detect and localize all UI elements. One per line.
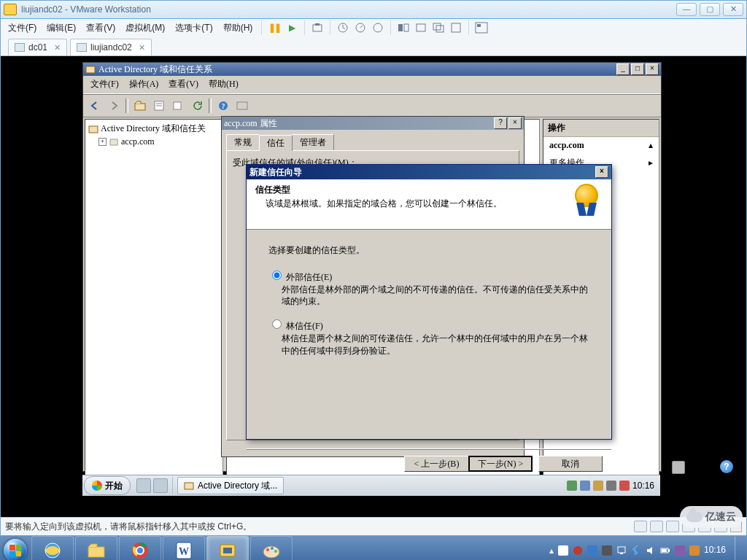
tray-app-icon[interactable] bbox=[689, 545, 700, 556]
forward-icon[interactable] bbox=[105, 98, 123, 114]
taskbar-explorer[interactable] bbox=[75, 536, 117, 560]
collapse-icon[interactable]: ▴ bbox=[649, 140, 653, 151]
close-icon[interactable]: ✕ bbox=[54, 43, 61, 52]
menu-file[interactable]: 文件(F) bbox=[86, 77, 123, 92]
taskbar-paint[interactable] bbox=[250, 536, 293, 560]
close-button[interactable]: × bbox=[595, 166, 608, 178]
tray-chevron-icon[interactable]: ▴ bbox=[549, 545, 554, 556]
tab-general[interactable]: 常规 bbox=[226, 134, 260, 150]
props-titlebar[interactable]: accp.com 属性 ? × bbox=[222, 117, 524, 130]
revert-icon[interactable] bbox=[370, 20, 386, 35]
back-icon[interactable] bbox=[86, 98, 104, 114]
help-orb-icon[interactable]: ? bbox=[720, 460, 733, 473]
pause-icon[interactable]: ❚❚ bbox=[266, 20, 282, 35]
battery-icon[interactable] bbox=[660, 545, 670, 556]
tray-icon[interactable] bbox=[593, 481, 603, 491]
taskbar-word[interactable]: W bbox=[163, 536, 205, 560]
thumbnail-icon[interactable] bbox=[473, 20, 489, 35]
cancel-button[interactable]: 取消 bbox=[538, 456, 603, 472]
option-forest-trust[interactable]: 林信任(F) 林信任是两个林之间的可传递信任，允许一个林中的任何域中的用户在另一… bbox=[268, 317, 589, 356]
menu-edit[interactable]: 编辑(E) bbox=[42, 20, 80, 36]
host-start-button[interactable] bbox=[0, 536, 31, 560]
tab-trusts[interactable]: 信任 bbox=[259, 135, 293, 151]
host-clock[interactable]: 10:16 bbox=[704, 545, 726, 555]
clock-icon[interactable] bbox=[335, 20, 351, 35]
export-icon[interactable] bbox=[169, 98, 187, 114]
tray-icon[interactable] bbox=[606, 481, 616, 491]
help-button[interactable]: ? bbox=[494, 117, 507, 129]
properties-icon[interactable] bbox=[150, 98, 168, 114]
start-button[interactable]: 开始 bbox=[84, 476, 131, 495]
snapshot-manager-icon[interactable] bbox=[352, 20, 368, 35]
view-icon-1[interactable] bbox=[395, 20, 411, 35]
tray-icon[interactable] bbox=[567, 481, 577, 491]
volume-icon[interactable] bbox=[646, 545, 656, 556]
vm-tab-dc01[interactable]: dc01 ✕ bbox=[8, 39, 67, 55]
option-external-trust[interactable]: 外部信任(E) 外部信任是林外部的两个域之间的不可传递的信任。不可传递的信任受关… bbox=[268, 268, 589, 307]
view-icon-2[interactable] bbox=[413, 20, 429, 35]
refresh-icon[interactable] bbox=[188, 98, 206, 114]
tray-icon[interactable] bbox=[619, 481, 630, 491]
snapshot-icon[interactable] bbox=[309, 20, 325, 35]
minimize-button[interactable]: — bbox=[676, 3, 697, 16]
minimize-button[interactable]: _ bbox=[616, 63, 630, 75]
fullscreen-icon[interactable] bbox=[448, 20, 464, 35]
next-button[interactable]: 下一步(N) > bbox=[468, 456, 533, 472]
cloud-icon bbox=[686, 512, 703, 522]
menu-tabs[interactable]: 选项卡(T) bbox=[171, 20, 217, 36]
tray-app-icon[interactable] bbox=[573, 545, 583, 556]
option-forest-label[interactable]: 林信任(F) bbox=[286, 321, 323, 331]
help-icon[interactable]: ? bbox=[214, 98, 232, 114]
device-icon[interactable] bbox=[666, 521, 679, 532]
menu-help[interactable]: 帮助(H) bbox=[219, 20, 258, 36]
maximize-button[interactable]: ▢ bbox=[700, 3, 720, 16]
menu-view[interactable]: 查看(V) bbox=[164, 77, 203, 92]
tree-child[interactable]: + accp.com bbox=[98, 136, 220, 147]
device-icon[interactable] bbox=[650, 521, 663, 532]
show-desktop-button[interactable] bbox=[735, 537, 741, 560]
tray-app-icon[interactable] bbox=[602, 545, 612, 556]
quick-launch-icon[interactable] bbox=[136, 478, 151, 493]
maximize-button[interactable]: □ bbox=[631, 63, 644, 75]
wizard-titlebar[interactable]: 新建信任向导 × bbox=[247, 165, 611, 179]
radio-forest-trust[interactable] bbox=[272, 319, 282, 329]
tree-pane[interactable]: Active Directory 域和信任关 + accp.com bbox=[85, 119, 223, 478]
folder-up-icon[interactable] bbox=[131, 98, 149, 114]
tray-icon[interactable] bbox=[580, 481, 590, 491]
device-icon[interactable] bbox=[634, 521, 647, 532]
unity-icon[interactable] bbox=[430, 20, 446, 35]
taskbar-chrome[interactable] bbox=[119, 536, 161, 560]
vm-tab-liujiandc02[interactable]: liujiandc02 ✕ bbox=[70, 39, 152, 55]
action-center-icon[interactable] bbox=[558, 545, 568, 556]
bluetooth-icon[interactable] bbox=[631, 545, 641, 556]
guest-clock[interactable]: 10:16 bbox=[632, 481, 654, 491]
menu-view[interactable]: 查看(V) bbox=[82, 20, 120, 36]
svg-rect-46 bbox=[662, 549, 667, 552]
option-external-label[interactable]: 外部信任(E) bbox=[286, 272, 332, 282]
svg-rect-40 bbox=[587, 545, 597, 556]
menu-file[interactable]: 文件(F) bbox=[4, 20, 41, 36]
mmc-titlebar[interactable]: Active Directory 域和信任关系 _ □ × bbox=[83, 63, 661, 76]
expand-icon[interactable]: + bbox=[98, 138, 107, 146]
vm-viewport[interactable]: Active Directory 域和信任关系 _ □ × 文件(F) 操作(A… bbox=[0, 56, 747, 517]
tray-app-icon[interactable] bbox=[675, 545, 685, 556]
tray-app-icon[interactable] bbox=[587, 545, 597, 556]
taskbar-ie[interactable] bbox=[31, 536, 74, 560]
taskbar-item-ad[interactable]: Active Directory 域... bbox=[177, 477, 284, 494]
play-icon[interactable]: ▶ bbox=[284, 20, 300, 35]
menu-action[interactable]: 操作(A) bbox=[125, 77, 163, 92]
close-button[interactable]: ✕ bbox=[723, 3, 743, 16]
network-icon[interactable] bbox=[616, 545, 627, 556]
menu-help[interactable]: 帮助(H) bbox=[204, 77, 243, 92]
radio-external-trust[interactable] bbox=[272, 271, 282, 280]
filter-icon[interactable] bbox=[233, 98, 251, 114]
back-button[interactable]: < 上一步(B) bbox=[404, 456, 468, 472]
taskbar-vmware[interactable] bbox=[206, 536, 249, 560]
menu-vm[interactable]: 虚拟机(M) bbox=[121, 20, 169, 36]
close-button[interactable]: × bbox=[646, 63, 659, 75]
close-button[interactable]: × bbox=[508, 117, 522, 129]
tree-root[interactable]: Active Directory 域和信任关 bbox=[88, 122, 220, 135]
tab-managed-by[interactable]: 管理者 bbox=[292, 134, 334, 150]
quick-launch-icon[interactable] bbox=[153, 478, 168, 493]
close-icon[interactable]: ✕ bbox=[139, 43, 145, 52]
